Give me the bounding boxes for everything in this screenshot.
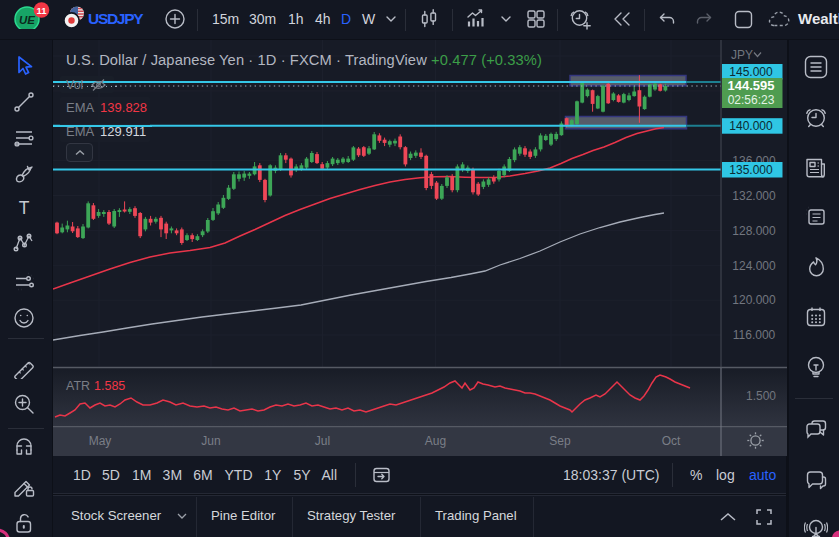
svg-text:11: 11 [36, 5, 47, 16]
svg-text:120.000: 120.000 [732, 293, 776, 307]
svg-text:140.000: 140.000 [729, 119, 773, 133]
svg-text:Jun: Jun [201, 434, 220, 448]
svg-text:135.000: 135.000 [729, 163, 773, 177]
svg-text:1.500: 1.500 [746, 389, 776, 403]
svg-text:124.000: 124.000 [732, 259, 776, 273]
svg-text:132.000: 132.000 [732, 189, 776, 203]
svg-text:Aug: Aug [425, 434, 446, 448]
svg-text:Jul: Jul [315, 434, 330, 448]
svg-text:Oct: Oct [662, 434, 681, 448]
svg-text:02:56:23: 02:56:23 [728, 93, 775, 107]
svg-text:Sep: Sep [549, 434, 571, 448]
svg-text:JPY: JPY [731, 48, 753, 62]
svg-text:145.000: 145.000 [729, 65, 773, 79]
svg-text:116.000: 116.000 [733, 328, 776, 342]
svg-text:128.000: 128.000 [732, 224, 776, 238]
svg-text:ATR: ATR [66, 379, 90, 393]
svg-text:May: May [89, 434, 112, 448]
svg-text:T: T [19, 198, 30, 218]
svg-text:144.595: 144.595 [728, 78, 775, 93]
svg-text:1.585: 1.585 [94, 379, 125, 393]
svg-text:UE: UE [19, 14, 35, 26]
